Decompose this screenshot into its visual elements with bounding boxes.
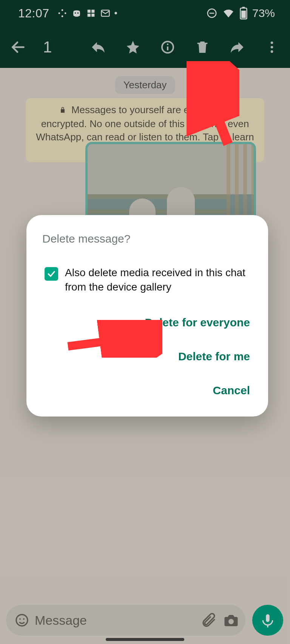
dialog-title: Delete message? bbox=[42, 232, 254, 245]
delete-media-checkbox-label: Also delete media received in this chat … bbox=[65, 266, 254, 294]
delete-media-checkbox-row[interactable]: Also delete media received in this chat … bbox=[41, 266, 254, 294]
checkbox-checked-icon[interactable] bbox=[45, 267, 58, 281]
delete-for-everyone-button[interactable]: Delete for everyone bbox=[143, 313, 251, 332]
delete-message-dialog: Delete message? Also delete media receiv… bbox=[26, 215, 268, 417]
nav-handle[interactable] bbox=[106, 638, 184, 641]
cancel-button[interactable]: Cancel bbox=[211, 381, 251, 400]
delete-for-me-button[interactable]: Delete for me bbox=[177, 347, 251, 366]
